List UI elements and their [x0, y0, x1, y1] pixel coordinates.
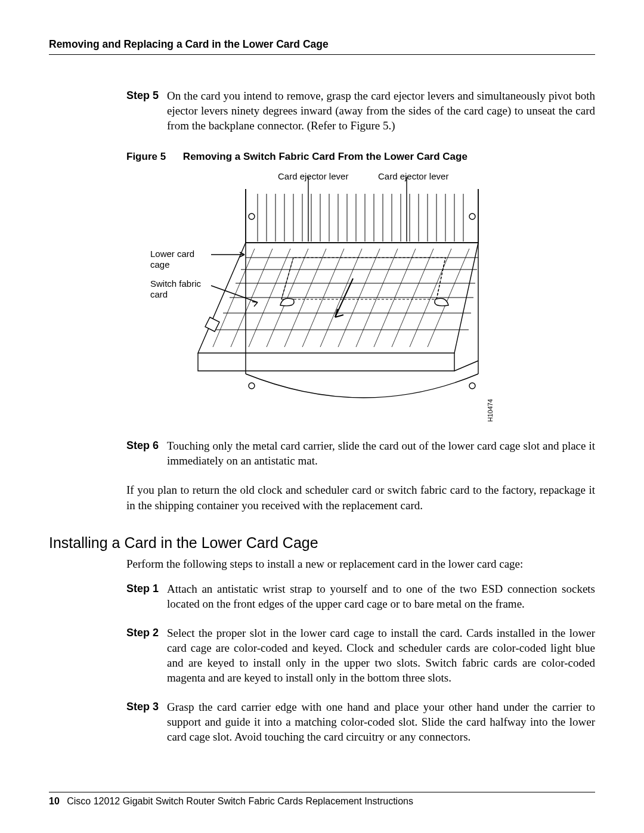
svg-point-1: [469, 213, 475, 219]
step-text: On the card you intend to remove, grasp …: [167, 88, 595, 133]
label-lower-cage: Lower card cage: [150, 249, 194, 270]
step-text: Grasp the card carrier edge with one han…: [167, 699, 595, 744]
page: Removing and Replacing a Card in the Low…: [0, 0, 644, 833]
svg-point-0: [249, 213, 255, 219]
step-text: Select the proper slot in the lower card…: [167, 625, 595, 685]
card-cage-illustration: [156, 171, 490, 428]
step-5: Step 5 On the card you intend to remove,…: [126, 88, 595, 133]
page-footer: 10 Cisco 12012 Gigabit Switch Router Swi…: [49, 792, 595, 807]
doc-title: Cisco 12012 Gigabit Switch Router Switch…: [67, 796, 413, 806]
step-label: Step 6: [126, 438, 167, 468]
install-step-1: Step 1 Attach an antistatic wrist strap …: [126, 581, 595, 611]
section-intro: Perform the following steps to install a…: [126, 556, 595, 571]
step-text: Attach an antistatic wrist strap to your…: [167, 581, 595, 611]
install-step-2: Step 2 Select the proper slot in the low…: [126, 625, 595, 685]
figure-5-diagram: Card ejector lever Card ejector lever Lo…: [156, 171, 490, 428]
page-number: 10: [49, 796, 60, 806]
footer-text: 10 Cisco 12012 Gigabit Switch Router Swi…: [49, 796, 595, 807]
install-step-3: Step 3 Grasp the card carrier edge with …: [126, 699, 595, 744]
label-switch-card: Switch fabric card: [150, 278, 201, 300]
section-heading-install: Installing a Card in the Lower Card Cage: [49, 534, 595, 552]
return-note: If you plan to return the old clock and …: [126, 482, 595, 513]
svg-point-2: [249, 383, 255, 389]
label-ejector-left: Card ejector lever: [278, 171, 348, 182]
step-label: Step 1: [126, 581, 167, 611]
header-rule: [49, 54, 595, 55]
figure-number: Figure 5: [126, 151, 166, 163]
footer-rule: [49, 792, 595, 792]
running-header: Removing and Replacing a Card in the Low…: [49, 38, 595, 51]
step-text: Touching only the metal card carrier, sl…: [167, 438, 595, 468]
figure-title: Removing a Switch Fabric Card From the L…: [183, 151, 467, 162]
step-label: Step 2: [126, 625, 167, 685]
figure-caption: Figure 5 Removing a Switch Fabric Card F…: [126, 151, 595, 163]
step-label: Step 3: [126, 699, 167, 744]
step-label: Step 5: [126, 88, 167, 133]
step-6: Step 6 Touching only the metal card carr…: [126, 438, 595, 468]
svg-point-3: [469, 383, 475, 389]
label-ejector-right: Card ejector lever: [378, 171, 448, 182]
figure-id: H10474: [487, 399, 494, 422]
